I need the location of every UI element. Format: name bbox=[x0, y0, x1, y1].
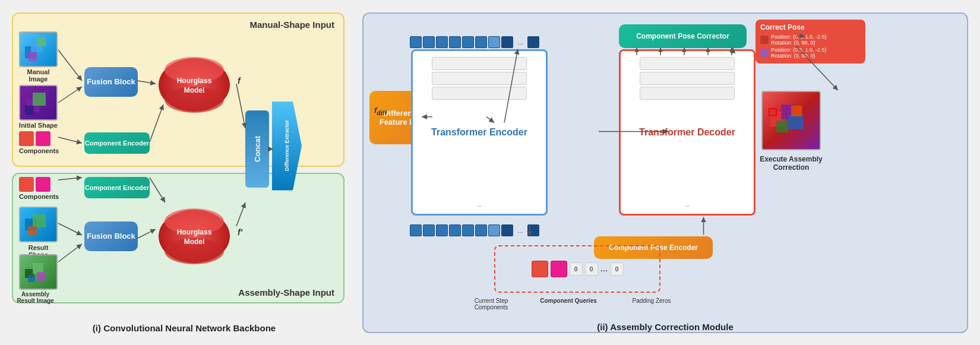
padding-zeros-label: Padding Zeros bbox=[628, 297, 675, 304]
svg-rect-46 bbox=[791, 106, 802, 116]
component-encoder-1: Component Encoder bbox=[84, 132, 150, 154]
manual-image-label: Manual Image bbox=[19, 68, 58, 83]
components2-label: Components bbox=[19, 193, 58, 200]
fusion-block-1: Fusion Block bbox=[84, 67, 138, 97]
correct-pose-box: Correct Pose Position: (0.5, 1.0, -2.5) … bbox=[755, 20, 865, 64]
components2-icons bbox=[19, 177, 50, 192]
f-prime-label: f' bbox=[238, 227, 242, 237]
manual-shape-label: Manual-Shape Input bbox=[250, 20, 335, 30]
initial-shape-label: Initial Shape bbox=[19, 122, 58, 129]
left-caption: (i) Convolutional Neural Network Backbon… bbox=[12, 323, 356, 333]
svg-text:Model: Model bbox=[184, 86, 205, 94]
svg-text:Hourglass: Hourglass bbox=[177, 77, 212, 85]
zero-cell-3: 0 bbox=[611, 262, 624, 276]
svg-rect-17 bbox=[37, 272, 46, 281]
f-label: f bbox=[238, 76, 241, 86]
current-step-components-label: Current Step Components bbox=[459, 297, 524, 311]
component-pose-corrector: Component Pose Corrector bbox=[619, 24, 747, 48]
manual-image-thumb bbox=[19, 31, 58, 67]
component-queries-label: Component Queries bbox=[530, 297, 607, 304]
execute-assembly-thumb bbox=[761, 91, 821, 150]
initial-shape-thumb bbox=[19, 85, 58, 121]
svg-rect-14 bbox=[28, 226, 37, 235]
left-panel: Manual-Shape Input Manual Image Initial … bbox=[12, 12, 356, 333]
assembly-shape-box: Assembly-Shape Input Components Result S… bbox=[12, 173, 344, 303]
pose-block-1 bbox=[760, 36, 769, 44]
components1-icons bbox=[19, 131, 50, 146]
query-icon-1 bbox=[532, 261, 548, 277]
svg-rect-44 bbox=[788, 115, 803, 129]
fusion-block-2: Fusion Block bbox=[84, 221, 138, 251]
zero-cell-2: 0 bbox=[585, 262, 598, 276]
encoder-top-tokens: ... bbox=[410, 36, 539, 48]
right-caption: (ii) Assembly Correction Module bbox=[597, 322, 733, 332]
assembly-result-thumb bbox=[19, 254, 58, 290]
result-shape-thumb bbox=[19, 207, 58, 242]
component-encoder-2: Component Encoder bbox=[84, 177, 150, 198]
assembly-result-label: Assembly Result Image bbox=[13, 291, 58, 304]
transformer-decoder-box: ... Transformer Decoder bbox=[619, 49, 755, 216]
svg-rect-5 bbox=[33, 93, 46, 106]
execute-assembly-label: Execute Assembly Correction bbox=[750, 155, 833, 172]
right-panel: Difference Feature Map + ～ Positional En… bbox=[362, 12, 968, 333]
transformer-encoder-box: ... Transformer Encoder bbox=[411, 49, 548, 216]
svg-rect-6 bbox=[25, 106, 34, 115]
hourglass-model-2: Hourglass Model bbox=[156, 204, 233, 269]
svg-rect-2 bbox=[37, 37, 46, 46]
svg-text:Model: Model bbox=[184, 238, 205, 246]
component-queries-box: 0 0 … 0 bbox=[494, 245, 660, 293]
svg-rect-45 bbox=[776, 121, 788, 132]
svg-rect-18 bbox=[28, 275, 35, 282]
f-diff-label: fdiff bbox=[374, 106, 387, 116]
svg-text:Hourglass: Hourglass bbox=[177, 228, 212, 236]
assembly-shape-label: Assembly-Shape Input bbox=[238, 287, 334, 297]
components1-label: Components bbox=[19, 147, 58, 154]
zero-cell-1: 0 bbox=[570, 262, 583, 276]
svg-rect-13 bbox=[33, 214, 46, 227]
pose-block-2 bbox=[760, 49, 769, 57]
hourglass-model-1: Hourglass Model bbox=[156, 52, 233, 118]
svg-rect-47 bbox=[769, 109, 776, 116]
encoder-bottom-tokens: ... bbox=[410, 224, 539, 236]
svg-rect-3 bbox=[28, 52, 37, 61]
concat-block: Concat bbox=[245, 110, 269, 188]
query-icon-2 bbox=[551, 261, 567, 277]
